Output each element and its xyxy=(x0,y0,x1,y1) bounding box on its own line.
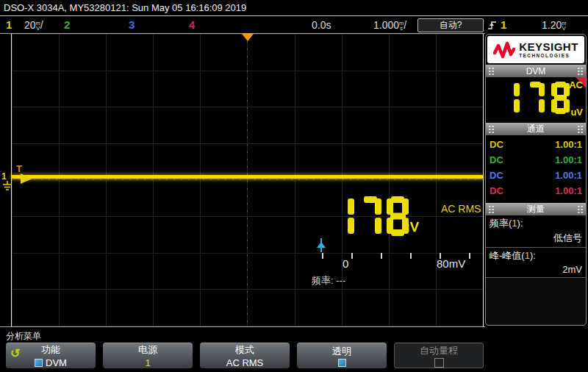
keysight-logo: KEYSIGHT TECHNOLOGIES xyxy=(487,36,584,63)
checked-checkbox-icon xyxy=(35,359,43,367)
channel-1-scale-value: 20 xyxy=(24,19,36,31)
unit-stack: mV xyxy=(562,21,566,31)
dvm-overlay-mode: AC RMS xyxy=(441,203,481,215)
coupling-label: DC xyxy=(490,185,503,196)
delay-readout[interactable]: 0.0s xyxy=(312,18,331,32)
grip-icon xyxy=(488,67,495,75)
dvm-panel-value xyxy=(501,82,570,114)
measurement-list: 频率(1): 低信号 峰-峰值(1): 2mV xyxy=(486,215,586,278)
timebase-readout[interactable]: 1.000ms/ xyxy=(373,18,406,32)
coupling-label: DC xyxy=(490,139,503,150)
channel-4-indicator[interactable]: 4 xyxy=(189,18,195,32)
ground-icon xyxy=(3,181,12,190)
unchecked-checkbox-icon xyxy=(434,358,444,368)
dvm-scale-tick xyxy=(322,253,323,259)
dvm-panel-display: AC uV xyxy=(486,77,586,123)
dvm-scale-min-label: 0 xyxy=(343,257,348,270)
measurement-row-peak-peak: 峰-峰值(1): 2mV xyxy=(486,248,586,278)
softkey-source[interactable]: 电源 1 xyxy=(103,343,193,368)
center-horizontal-axis xyxy=(12,179,483,180)
channels-panel-title: 通道 xyxy=(495,123,577,135)
channel-1-marker-arrow xyxy=(21,174,32,184)
softkey-value: 1 xyxy=(145,357,150,368)
dvm-scale-pointer xyxy=(315,237,327,253)
channel-3-indicator[interactable]: 3 xyxy=(129,18,135,32)
coupling-label: DC xyxy=(490,170,503,181)
grip-icon xyxy=(488,125,495,133)
timebase-suffix: / xyxy=(404,19,406,31)
probe-ratio: 1.00:1 xyxy=(555,139,582,150)
coupling-label: DC xyxy=(490,154,503,165)
center-vertical-axis xyxy=(247,34,248,326)
brand-name: KEYSIGHT xyxy=(519,41,578,52)
softkey-label: 模式 xyxy=(235,343,254,357)
channels-panel-header[interactable]: 通道 xyxy=(486,123,586,135)
channel-1-scale[interactable]: 20mV/ xyxy=(24,18,43,32)
measurement-channel: 1 xyxy=(512,218,517,229)
measurement-channel: 1 xyxy=(525,250,530,261)
softkey-value xyxy=(338,359,346,367)
measurement-label: 峰-峰值(1): xyxy=(490,249,582,262)
softkey-transparent[interactable]: 透明 xyxy=(297,343,387,368)
timebase-value: 1.000 xyxy=(373,19,399,31)
trigger-level-readout[interactable]: 1.20mV xyxy=(542,18,567,32)
trigger-position-marker[interactable] xyxy=(242,34,254,41)
grip-icon xyxy=(577,205,584,213)
softkey-label: 透明 xyxy=(332,345,351,358)
softkey-autorange[interactable]: 自动量程 xyxy=(394,343,484,368)
channel-1-marker-number: 1 xyxy=(1,171,7,182)
instrument-title: DSO-X 3034A, MY53280121: Sun May 05 16:1… xyxy=(4,2,246,13)
channel-1-trace xyxy=(11,175,484,179)
grip-icon xyxy=(488,205,495,213)
dvm-scale-tick xyxy=(351,253,353,259)
edge-trigger-icon xyxy=(487,19,497,31)
dvm-overlay-unit: uV xyxy=(401,219,419,235)
softkey-label: 电源 xyxy=(138,343,157,357)
waveform-display: uV AC RMS 0 80mV 频率: --- xyxy=(11,34,484,326)
grip-icon xyxy=(577,67,584,75)
softkey-value xyxy=(434,358,444,368)
trigger-source-readout[interactable]: 1 xyxy=(501,18,506,32)
probe-ratio: 1.00:1 xyxy=(555,154,582,165)
dvm-unit-label: uV xyxy=(570,107,583,118)
measurement-value: 2mV xyxy=(490,264,582,275)
softkey-mode[interactable]: 模式 AC RMS xyxy=(200,343,290,368)
channel-2-indicator[interactable]: 2 xyxy=(64,18,70,32)
dvm-scale-tick xyxy=(410,253,412,259)
channel-row-3: DC 1.00:1 xyxy=(486,168,586,183)
channel-row-4: DC 1.00:1 xyxy=(486,183,586,198)
channel-row-1: DC 1.00:1 xyxy=(486,137,586,152)
dvm-frequency-readout: 频率: --- xyxy=(312,274,345,287)
grid-bottom-border xyxy=(0,326,485,327)
auto-trigger-button[interactable]: 自动? xyxy=(417,18,484,32)
channel-1-indicator[interactable]: 1 xyxy=(6,18,12,32)
dvm-coupling-label: AC xyxy=(569,79,583,90)
dvm-scale-tick xyxy=(469,253,470,259)
measurement-label: 频率(1): xyxy=(490,217,582,230)
keysight-wordmark: KEYSIGHT TECHNOLOGIES xyxy=(519,41,578,58)
menu-title: 分析菜单 xyxy=(6,330,41,343)
trigger-level-value: 1.20 xyxy=(542,19,562,31)
probe-ratio: 1.00:1 xyxy=(555,170,582,181)
measure-panel-title: 测量 xyxy=(495,203,577,215)
checked-checkbox-icon xyxy=(338,359,346,367)
softkey-label: 功能 xyxy=(41,343,60,357)
softkey-value: AC RMS xyxy=(226,357,264,368)
measure-panel-header[interactable]: 测量 xyxy=(486,203,586,215)
softkey-value: DVM xyxy=(35,357,67,368)
channel-1-ground-marker[interactable]: 1 xyxy=(0,169,35,194)
softkey-label: 自动量程 xyxy=(420,344,458,357)
brand-subtitle: TECHNOLOGIES xyxy=(519,54,578,58)
top-bar: DSO-X 3034A, MY53280121: Sun May 05 16:1… xyxy=(0,0,588,16)
softkey-function[interactable]: ↺ 功能 DVM xyxy=(6,343,96,368)
measurement-value: 低信号 xyxy=(490,232,582,245)
back-arrow-icon: ↺ xyxy=(10,346,20,360)
status-bar: 1 20mV/ 2 3 4 0.0s 1.000ms/ 自动? 1 1.20mV xyxy=(0,17,588,33)
scale-suffix: / xyxy=(40,19,43,31)
channel-row-2: DC 1.00:1 xyxy=(486,152,586,168)
dvm-panel-header[interactable]: DVM xyxy=(486,65,586,77)
dvm-scale-max-label: 80mV xyxy=(437,257,465,270)
oscilloscope-screen: DSO-X 3034A, MY53280121: Sun May 05 16:1… xyxy=(0,0,588,372)
probe-ratio: 1.00:1 xyxy=(555,185,582,196)
keysight-spark-icon xyxy=(493,40,515,60)
